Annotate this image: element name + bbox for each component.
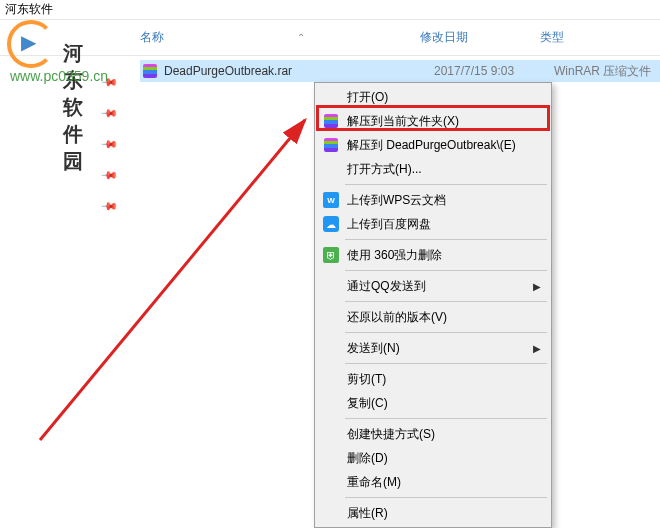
baidu-cloud-icon: ☁ xyxy=(322,215,340,233)
menu-separator xyxy=(345,363,547,364)
submenu-arrow-icon: ▶ xyxy=(533,281,541,292)
rar-icon xyxy=(322,136,340,154)
menu-wps-cloud[interactable]: W 上传到WPS云文档 xyxy=(317,188,549,212)
menu-open[interactable]: 打开(O) xyxy=(317,85,549,109)
menu-separator xyxy=(345,239,547,240)
sort-caret-icon: ⌃ xyxy=(297,32,305,43)
file-row[interactable]: DeadPurgeOutbreak.rar 2017/7/15 9:03 Win… xyxy=(140,60,660,82)
menu-open-with[interactable]: 打开方式(H)... xyxy=(317,157,549,181)
menu-separator xyxy=(345,301,547,302)
shield-icon: ⛨ xyxy=(322,246,340,264)
window-title: 河东软件 xyxy=(5,1,53,18)
menu-properties[interactable]: 属性(R) xyxy=(317,501,549,525)
rar-icon xyxy=(322,112,340,130)
rar-file-icon xyxy=(142,63,158,79)
wps-icon: W xyxy=(322,191,340,209)
menu-360-delete[interactable]: ⛨ 使用 360强力删除 xyxy=(317,243,549,267)
watermark: 河东软件园 www.pc0359.cn xyxy=(5,18,55,71)
watermark-url: www.pc0359.cn xyxy=(10,68,108,84)
window-titlebar: 河东软件 xyxy=(0,0,660,20)
menu-delete[interactable]: 删除(D) xyxy=(317,446,549,470)
menu-qq-send[interactable]: 通过QQ发送到 ▶ xyxy=(317,274,549,298)
pin-icon[interactable]: 📌 xyxy=(99,135,118,154)
menu-create-shortcut[interactable]: 创建快捷方式(S) xyxy=(317,422,549,446)
menu-extract-to[interactable]: 解压到 DeadPurgeOutbreak\(E) xyxy=(317,133,549,157)
header-name[interactable]: 名称 ⌃ xyxy=(140,29,420,46)
menu-cut[interactable]: 剪切(T) xyxy=(317,367,549,391)
pin-icon[interactable]: 📌 xyxy=(99,166,118,185)
watermark-text: 河东软件园 xyxy=(63,40,83,175)
pin-icon[interactable]: 📌 xyxy=(99,197,118,216)
file-name: DeadPurgeOutbreak.rar xyxy=(164,64,434,78)
menu-send-to[interactable]: 发送到(N) ▶ xyxy=(317,336,549,360)
menu-separator xyxy=(345,497,547,498)
column-headers: 名称 ⌃ 修改日期 类型 xyxy=(0,20,660,56)
menu-extract-here[interactable]: 解压到当前文件夹(X) xyxy=(317,109,549,133)
menu-rename[interactable]: 重命名(M) xyxy=(317,470,549,494)
menu-copy[interactable]: 复制(C) xyxy=(317,391,549,415)
menu-restore-version[interactable]: 还原以前的版本(V) xyxy=(317,305,549,329)
watermark-logo-icon xyxy=(5,18,55,68)
file-date: 2017/7/15 9:03 xyxy=(434,64,554,78)
header-type[interactable]: 类型 xyxy=(540,29,660,46)
menu-separator xyxy=(345,184,547,185)
menu-separator xyxy=(345,270,547,271)
menu-separator xyxy=(345,332,547,333)
header-date[interactable]: 修改日期 xyxy=(420,29,540,46)
menu-separator xyxy=(345,418,547,419)
menu-baidu-pan[interactable]: ☁ 上传到百度网盘 xyxy=(317,212,549,236)
submenu-arrow-icon: ▶ xyxy=(533,343,541,354)
file-type: WinRAR 压缩文件 xyxy=(554,63,651,80)
pin-icon[interactable]: 📌 xyxy=(99,104,118,123)
context-menu: 打开(O) 解压到当前文件夹(X) 解压到 DeadPurgeOutbreak\… xyxy=(314,82,552,528)
